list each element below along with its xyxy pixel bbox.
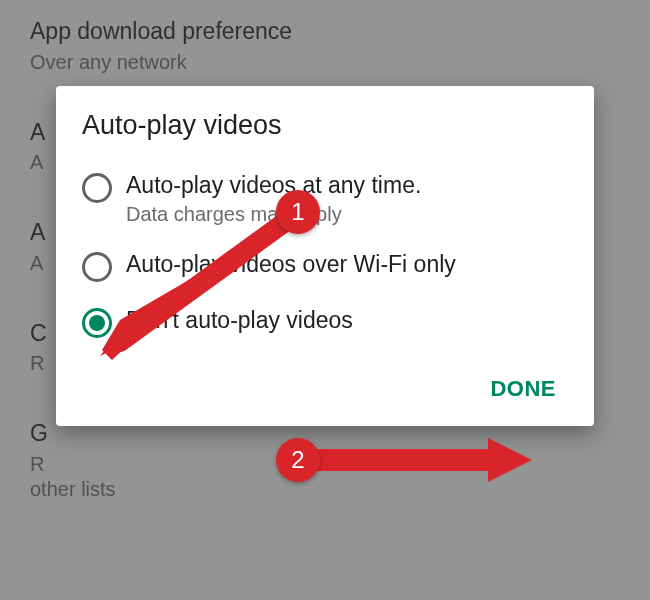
option-text: Auto-play videos at any time. Data charg… [126, 171, 568, 226]
done-button[interactable]: DONE [478, 366, 568, 412]
dialog-actions: DONE [82, 352, 568, 412]
radio-icon[interactable] [82, 173, 112, 203]
option-label: Auto-play videos over Wi-Fi only [126, 250, 568, 280]
option-label: Don't auto-play videos [126, 306, 568, 336]
option-autoplay-wifi-only[interactable]: Auto-play videos over Wi-Fi only [82, 240, 568, 296]
radio-icon[interactable] [82, 308, 112, 338]
option-autoplay-any-time[interactable]: Auto-play videos at any time. Data charg… [82, 161, 568, 240]
option-dont-autoplay[interactable]: Don't auto-play videos [82, 296, 568, 352]
option-text: Auto-play videos over Wi-Fi only [126, 250, 568, 280]
radio-icon[interactable] [82, 252, 112, 282]
option-label: Auto-play videos at any time. [126, 171, 568, 201]
option-text: Don't auto-play videos [126, 306, 568, 336]
dialog-title: Auto-play videos [82, 110, 568, 141]
autoplay-dialog: Auto-play videos Auto-play videos at any… [56, 86, 594, 426]
option-sub: Data charges may apply [126, 203, 568, 226]
